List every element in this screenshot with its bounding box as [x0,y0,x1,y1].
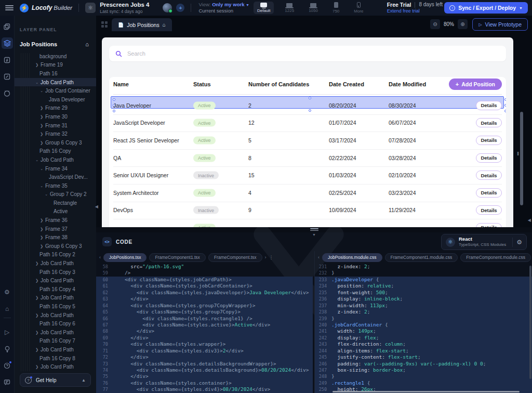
layer-item-job-card-path[interactable]: ❯Job Card Path [15,294,96,303]
layer-item-frame-38[interactable]: ❯Frame 38 [15,233,96,242]
invite-user-button[interactable]: + [176,4,184,12]
table-row[interactable]: DevOpsInactive910/09/202411/29/2024Detai… [109,202,506,219]
layer-item-path-16[interactable]: Path 16 [15,69,96,78]
breakpoint-default[interactable]: Default [254,2,274,14]
chevron-down-icon[interactable]: ⌄ [40,184,45,188]
layer-item-job-card-container[interactable]: ⌄Job Card Container [15,86,96,95]
chevron-down-icon[interactable]: ⌄ [35,158,41,162]
layer-item-group-6-copy-3[interactable]: ❯Group 6 Copy 3 [15,242,96,251]
chevron-right-icon[interactable]: ❯ [40,140,45,145]
canvas-vertical-scrollbar[interactable] [520,112,523,205]
selection-handle[interactable] [504,98,506,101]
selection-handle[interactable] [113,110,115,112]
tsx-editor[interactable]: 58 src="/path-16.svg"59 />60 <div classN… [96,264,313,393]
get-help-button[interactable]: ? Get Help ▲ [20,373,91,387]
plugins-icon[interactable] [2,54,13,66]
selection-handle[interactable] [504,104,506,107]
panel-resize-grip[interactable]: ‖ [517,151,518,156]
layer-item-frame-31[interactable]: ❯Frame 31 [15,121,96,130]
collapse-right-panel-arrow[interactable]: ◀ [528,218,531,222]
hamburger-menu-icon[interactable] [5,5,14,10]
breakpoint-1050[interactable]: 1050 [305,2,322,14]
selection-handle[interactable] [309,97,311,99]
canvas-tab-job-positions[interactable]: 📄 Job Positions ⌂ [112,18,172,31]
tab-overflow-menu-icon[interactable]: ⋮ [269,255,274,260]
chevron-down-icon[interactable]: ⌄ [40,88,45,93]
chevron-right-icon[interactable]: ❯ [40,132,45,136]
table-row[interactable]: JavaScript DeveloperActive1201/07/202406… [109,114,506,132]
home-icon[interactable]: ⌂ [2,303,13,315]
add-position-button[interactable]: + Add Position [449,78,502,90]
help-icon[interactable] [2,360,13,371]
chevron-down-icon[interactable]: ⌄ [35,80,41,85]
layer-item-frame-36[interactable]: ❯Frame 36 [15,216,96,225]
layer-item-java-developer[interactable]: Java Developer [15,95,96,104]
selection-handle[interactable] [309,109,311,112]
settings-gear-icon[interactable]: ⚙ [2,286,13,298]
canvas-code-splitter[interactable] [96,227,532,232]
pages-grid-icon[interactable] [101,21,108,28]
chevron-right-icon[interactable]: ❯ [35,313,41,318]
design-artboard[interactable]: Search NameStatusNumber of CandidatesDat… [102,37,513,227]
file-tab-framecomponent1-tsx[interactable]: FrameComponent1.tsx [149,253,205,262]
chevron-right-icon[interactable]: ❯ [35,330,41,335]
layer-item-frame-34[interactable]: ⌄Frame 34 [15,164,96,173]
chevron-right-icon[interactable]: ❯ [40,227,45,231]
chevron-right-icon[interactable]: ❯ [40,106,45,110]
layer-item-job-card-path[interactable]: ⌄Job Card Path [15,155,96,164]
file-tab-framecomponent1-module-css[interactable]: FrameComponent1.module.css [385,253,458,262]
zoom-out-icon[interactable]: ⊖ [430,19,440,29]
layer-item-path-16-copy-7[interactable]: Path 16 Copy 7 [15,337,96,346]
layer-item-path-16-copy-5[interactable]: Path 16 Copy 5 [15,302,96,311]
code-horizontal-scrollbar[interactable] [332,391,520,392]
details-button[interactable]: Details [476,136,502,145]
file-tab-jobpositions-tsx[interactable]: JobPositions.tsx [103,253,147,262]
layer-item-background[interactable]: background [15,52,96,61]
layer-item-job-card-path[interactable]: ❯Job Card Path [15,259,96,268]
chevron-right-icon[interactable]: ❯ [40,244,45,248]
extend-trial-link[interactable]: Extend free trial [387,8,443,14]
feedback-chat-icon[interactable] [2,376,13,388]
chevron-right-icon[interactable]: ❯ [40,235,45,240]
tab-scroll-right-icon[interactable]: › [265,255,267,260]
search-bar[interactable]: Search [109,46,506,61]
table-row[interactable]: React JS Senior DeveloperActive503/17/20… [109,132,506,149]
layer-item-job-card-path[interactable]: ❯Job Card Path [15,345,96,354]
framework-selector[interactable]: ⚛ React TypeScript, CSS Modules ⚙ [441,234,527,250]
layer-item-path-16-copy-3[interactable]: Path 16 Copy 3 [15,268,96,277]
chevron-right-icon[interactable]: ❯ [35,261,41,266]
breakpoint-750[interactable]: 750 [329,1,343,15]
layer-item-frame-37[interactable]: ❯Frame 37 [15,225,96,233]
table-row[interactable]: Senior UX/UI DesignerInactive1501/03/202… [109,166,506,184]
tab-scroll-left-icon[interactable]: ‹ [318,255,320,260]
chevron-down-icon[interactable]: ⌄ [45,192,50,197]
layer-item-job-card-path[interactable]: ❯Job Card Path [15,328,96,337]
chevron-down-icon[interactable]: ⌄ [40,166,45,171]
layer-item-frame-30[interactable]: ❯Frame 30 [15,112,96,121]
layer-item-frame-35[interactable]: ⌄Frame 35 [15,181,96,190]
lightbulb-icon[interactable] [2,343,13,355]
layers-panel-icon[interactable] [2,37,13,49]
pages-icon[interactable] [2,21,13,32]
layer-item-job-card-path[interactable]: ❯Job Card Path [15,276,96,285]
layer-item-javascript-dev-[interactable]: JavaScript Dev... [15,173,96,181]
layer-item-job-card-path[interactable]: ❯Job Card Path [15,362,96,371]
layer-item-frame-19[interactable]: ❯Frame 19 [15,61,96,70]
chevron-right-icon[interactable]: ❯ [35,62,41,67]
chevron-right-icon[interactable]: ❯ [40,218,45,222]
chevron-right-icon[interactable]: ❯ [35,347,41,352]
table-row[interactable]: QAActive802/22/202403/28/2024Details [109,149,506,167]
details-button[interactable]: Details [476,118,502,127]
selection-handle[interactable] [504,110,506,112]
layer-item-active[interactable]: Active [15,207,96,216]
layer-item-path-16-copy-6[interactable]: Path 16 Copy 6 [15,319,96,328]
table-row[interactable]: System ArchitectorActive402/25/202403/23… [109,184,506,202]
layer-item-path-16-copy-8[interactable]: Path 16 Copy 8 [15,354,96,363]
layer-item-group-7-copy-2[interactable]: ⌄Group 7 Copy 2 [15,190,96,199]
details-button[interactable]: Details [476,101,502,110]
details-button[interactable]: Details [476,205,502,215]
view-prototype-button[interactable]: ▷ View Prototype [472,18,528,31]
css-editor[interactable]: 231 z-index: 2;232}233.javaDeveloper {23… [314,264,532,393]
run-play-icon[interactable]: ▷ [2,326,13,338]
sync-export-deploy-button[interactable]: ↑ Sync / Export / Deploy ▼ [444,2,528,14]
